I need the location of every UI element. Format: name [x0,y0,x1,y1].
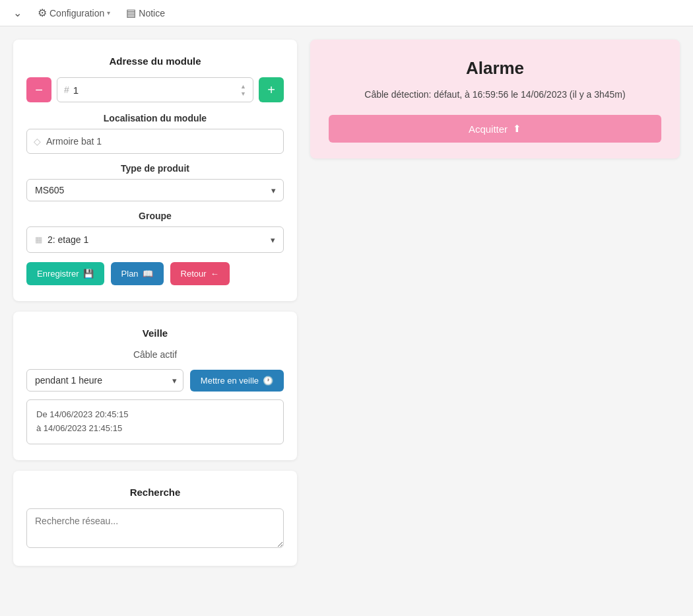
groupe-select-wrap[interactable]: ▦ 2: etage 1 ▾ [26,226,284,253]
plan-label: Plan [121,269,139,279]
mettre-en-veille-button[interactable]: Mettre en veille 🕐 [190,370,284,392]
location-value: Armoire bat 1 [46,136,102,147]
retour-label: Retour [181,269,207,279]
arrow-left-icon: ← [211,269,219,279]
upload-icon: ⬆ [513,123,521,135]
action-buttons: Enregistrer 💾 Plan 📖 Retour ← [26,262,284,285]
save-icon: 💾 [83,269,94,279]
nav-configuration[interactable]: ⚙ Configuration ▾ [35,1,113,24]
increment-button[interactable]: + [259,77,284,102]
nav-chevron-icon: ⌄ [13,7,22,19]
product-type-section: Type de produit MS605 ▾ [26,163,284,201]
notice-icon: ▤ [126,7,136,19]
clock-icon: 🕐 [263,376,273,386]
mettre-en-veille-label: Mettre en veille [201,376,259,386]
veille-title: Veille [26,327,284,339]
module-card-title: Adresse du module [26,55,284,67]
alarm-message: Câble détection: défaut, à 16:59:56 le 1… [329,88,661,102]
address-input-wrap: # ▲ ▼ [57,77,253,102]
nav-notice[interactable]: ▤ Notice [123,1,168,24]
spinner-arrows[interactable]: ▲ ▼ [240,83,246,97]
location-input-wrap: ◇ Armoire bat 1 [26,129,284,154]
product-type-select[interactable]: MS605 [26,179,284,201]
decrement-button[interactable]: − [26,77,51,102]
main-layout: Adresse du module − # ▲ ▼ + Localisation… [0,26,693,579]
config-chevron-icon: ▾ [107,9,110,17]
left-column: Adresse du module − # ▲ ▼ + Localisation… [13,40,297,566]
location-icon: ◇ [34,136,41,147]
veille-select-wrap: pendant 1 heure ▾ [26,369,183,392]
enregistrer-button[interactable]: Enregistrer 💾 [26,262,104,285]
groupe-section: Groupe ▦ 2: etage 1 ▾ [26,211,284,253]
navbar: ⌄ ⚙ Configuration ▾ ▤ Notice [0,0,693,26]
address-input[interactable] [73,85,113,96]
module-card: Adresse du module − # ▲ ▼ + Localisation… [13,40,297,301]
veille-subtitle: Câble actif [26,349,284,360]
nav-configuration-label: Configuration [50,8,104,18]
veille-card: Veille Câble actif pendant 1 heure ▾ Met… [13,312,297,460]
acquitter-button[interactable]: Acquitter ⬆ [329,115,661,143]
search-textarea[interactable] [26,508,284,548]
plan-button[interactable]: Plan 📖 [111,262,164,285]
acquitter-label: Acquitter [469,123,508,135]
address-row: − # ▲ ▼ + [26,77,284,102]
hash-symbol: # [64,85,69,95]
alarm-title: Alarme [329,58,661,79]
nav-notice-label: Notice [139,8,165,18]
book-icon: 📖 [143,269,153,279]
enregistrer-label: Enregistrer [37,269,79,279]
retour-button[interactable]: Retour ← [170,262,230,285]
recherche-title: Recherche [26,487,284,498]
groupe-label: Groupe [26,211,284,221]
veille-time-box: De 14/06/2023 20:45:15 à 14/06/2023 21:4… [26,399,284,444]
recherche-card: Recherche [13,471,297,566]
veille-duration-select[interactable]: pendant 1 heure [26,369,183,392]
veille-time-from: De 14/06/2023 20:45:15 [36,408,274,422]
product-type-label: Type de produit [26,163,284,174]
product-type-select-wrap: MS605 ▾ [26,179,284,201]
right-column: Alarme Câble détection: défaut, à 16:59:… [310,40,680,158]
gear-icon: ⚙ [38,7,47,19]
veille-time-to: à 14/06/2023 21:45:15 [36,422,274,436]
location-label: Localisation du module [26,113,284,123]
group-icon: ▦ [35,235,42,244]
nav-dropdown[interactable]: ⌄ [11,1,24,24]
groupe-chevron-icon: ▾ [271,235,275,245]
veille-controls-row: pendant 1 heure ▾ Mettre en veille 🕐 [26,369,284,392]
groupe-value: 2: etage 1 [48,234,271,245]
alarm-card: Alarme Câble détection: défaut, à 16:59:… [310,40,680,158]
